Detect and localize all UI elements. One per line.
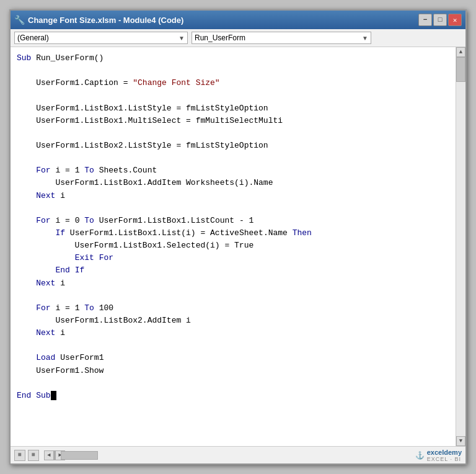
window-title: Change Font Size.xlsm - Module4 (Code) [28, 16, 183, 25]
scroll-track-horizontal[interactable] [54, 450, 55, 460]
code-line-18: End If [17, 264, 449, 277]
code-editor[interactable]: Sub Run_UserForm() UserForm1.Caption = "… [11, 47, 456, 446]
code-line-24 [17, 339, 449, 352]
code-line-22: UserForm1.ListBox2.AddItem i [17, 315, 449, 327]
procedure-dropdown[interactable]: Run_UserForm ▼ [192, 32, 371, 44]
code-line-25: Load UserForm1 [17, 352, 449, 364]
title-bar-left: 🔧 Change Font Size.xlsm - Module4 (Code) [14, 15, 183, 25]
code-area: Sub Run_UserForm() UserForm1.Caption = "… [11, 47, 465, 446]
maximize-button[interactable]: □ [433, 14, 447, 26]
code-line-7 [17, 127, 449, 140]
code-line-12: Next i [17, 190, 449, 202]
scroll-thumb-vertical[interactable] [456, 57, 465, 82]
code-line-11: UserForm1.ListBox1.AddItem Worksheets(i)… [17, 177, 449, 189]
watermark: ⚓ exceldemy EXCEL · BI [415, 449, 462, 462]
code-line-21: For i = 1 To 100 [17, 302, 449, 315]
code-line-17: Exit For [17, 252, 449, 264]
procedure-dropdown-arrow: ▼ [362, 35, 368, 42]
code-line-1: Sub Run_UserForm() [17, 52, 449, 65]
procedure-dropdown-value: Run_UserForm [195, 34, 245, 42]
general-dropdown-arrow: ▼ [178, 35, 185, 42]
code-line-26: UserForm1.Show [17, 365, 449, 377]
title-buttons: − □ ✕ [418, 14, 462, 26]
close-button[interactable]: ✕ [448, 14, 462, 26]
code-line-20 [17, 290, 449, 302]
code-line-28: End Sub| [17, 390, 449, 402]
code-line-10: For i = 1 To Sheets.Count [17, 164, 449, 177]
scroll-down-button[interactable]: ▼ [456, 436, 465, 446]
watermark-brand: exceldemy [427, 449, 462, 456]
general-dropdown[interactable]: (General) ▼ [14, 32, 188, 44]
code-line-13 [17, 202, 449, 215]
watermark-text-block: exceldemy EXCEL · BI [427, 449, 462, 462]
scroll-left-button[interactable]: ◄ [44, 450, 54, 460]
code-line-19: Next i [17, 277, 449, 290]
code-line-8: UserForm1.ListBox2.ListStyle = fmListSty… [17, 140, 449, 152]
scroll-up-button[interactable]: ▲ [456, 47, 465, 57]
code-line-6: UserForm1.ListBox1.MultiSelect = fmMulti… [17, 115, 449, 127]
watermark-logo: ⚓ [415, 451, 425, 460]
code-line-2 [17, 65, 449, 77]
title-bar: 🔧 Change Font Size.xlsm - Module4 (Code)… [11, 11, 465, 29]
vertical-scrollbar: ▲ ▼ [456, 47, 465, 446]
code-line-4 [17, 89, 449, 102]
indent-right-button[interactable]: ≡ [28, 450, 39, 461]
general-dropdown-value: (General) [17, 34, 49, 42]
status-left: ≡ ≡ ◄ ► [14, 450, 68, 461]
watermark-sub: EXCEL · BI [427, 456, 462, 462]
horizontal-scrollbar: ◄ ► [44, 450, 65, 460]
code-line-27 [17, 377, 449, 390]
minimize-button[interactable]: − [418, 14, 432, 26]
scroll-track-vertical[interactable] [456, 57, 465, 436]
toolbar: (General) ▼ Run_UserForm ▼ [11, 29, 465, 47]
code-line-15: If UserForm1.ListBox1.List(i) = ActiveSh… [17, 227, 449, 239]
code-line-14: For i = 0 To UserForm1.ListBox1.ListCoun… [17, 215, 449, 227]
code-line-5: UserForm1.ListBox1.ListStyle = fmListSty… [17, 102, 449, 115]
status-bar: ≡ ≡ ◄ ► ⚓ exceldemy EXCEL · BI [11, 446, 465, 463]
scroll-thumb-horizontal[interactable] [61, 451, 98, 460]
main-window: 🔧 Change Font Size.xlsm - Module4 (Code)… [9, 9, 467, 465]
code-line-3: UserForm1.Caption = "Change Font Size" [17, 77, 449, 89]
code-line-9 [17, 152, 449, 164]
app-icon: 🔧 [14, 15, 24, 25]
indent-button[interactable]: ≡ [14, 450, 25, 461]
code-line-16: UserForm1.ListBox1.Selected(i) = True [17, 239, 449, 252]
code-line-23: Next i [17, 327, 449, 339]
